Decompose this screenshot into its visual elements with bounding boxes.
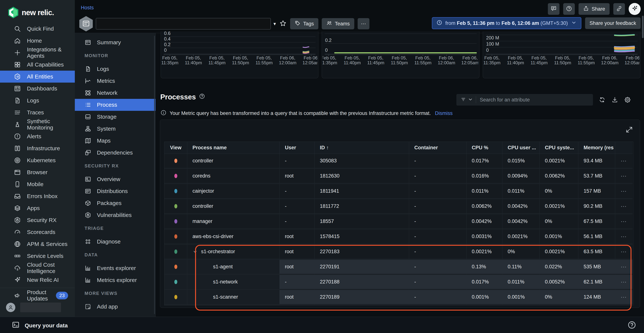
refresh-button[interactable] bbox=[598, 96, 606, 103]
sidebar-item-logs[interactable]: Logs bbox=[0, 95, 75, 106]
sidebar-item-infrastructure[interactable]: Infrastructure bbox=[0, 142, 75, 154]
entity-nav-item-metrics-explorer[interactable]: Metrics explorer bbox=[75, 274, 156, 286]
row-more-button[interactable]: ⋯ bbox=[615, 184, 632, 199]
cell-process-name[interactable]: controller bbox=[187, 199, 280, 214]
cell-process-name[interactable]: s1-agent bbox=[187, 260, 280, 275]
row-more-button[interactable]: ⋯ bbox=[615, 154, 632, 169]
cell-view[interactable] bbox=[164, 184, 187, 199]
cell-view[interactable] bbox=[164, 199, 187, 214]
share-button[interactable]: Share bbox=[578, 3, 610, 15]
cell-view[interactable] bbox=[164, 290, 187, 305]
cell-process-name[interactable]: controller bbox=[187, 154, 280, 169]
teams-button[interactable]: Teams bbox=[322, 18, 354, 29]
sidebar-item-apm-services[interactable]: APM & Services bbox=[0, 238, 75, 250]
help-circle-button[interactable] bbox=[627, 320, 636, 330]
row-more-button[interactable]: ⋯ bbox=[615, 275, 632, 290]
help-circle-icon[interactable] bbox=[199, 93, 205, 101]
chevron-down-icon[interactable] bbox=[192, 249, 198, 254]
entity-nav-item-diagnose[interactable]: Diagnose bbox=[75, 236, 156, 248]
row-more-button[interactable]: ⋯ bbox=[615, 169, 632, 184]
breadcrumb[interactable]: Hosts bbox=[81, 5, 94, 11]
sidebar-item-mobile[interactable]: Mobile bbox=[0, 178, 75, 190]
cell-process-name[interactable]: s1-scanner bbox=[187, 290, 280, 305]
cell-view[interactable] bbox=[164, 214, 187, 230]
row-more-button[interactable]: ⋯ bbox=[615, 260, 632, 275]
column-header-id[interactable]: ID ↑ bbox=[314, 142, 409, 154]
filter-button[interactable] bbox=[456, 97, 476, 103]
sidebar-item-apps[interactable]: Apps bbox=[0, 202, 75, 214]
sidebar-item-integrations-agents[interactable]: Integrations & Agents bbox=[0, 47, 75, 59]
sidebar-item-quick-find[interactable]: Quick Find bbox=[0, 23, 75, 35]
sidebar-item-scorecards[interactable]: Scorecards bbox=[0, 226, 75, 238]
entity-nav-item-metrics[interactable]: Metrics bbox=[75, 75, 156, 87]
sidebar-item-all-capabilities[interactable]: All Capabilities bbox=[0, 59, 75, 71]
attribute-search-input[interactable] bbox=[476, 97, 593, 103]
query-your-data-button[interactable]: Query your data bbox=[12, 321, 68, 330]
sidebar-item-service-levels[interactable]: Service Levels bbox=[0, 250, 75, 262]
star-icon[interactable] bbox=[279, 20, 287, 28]
cell-view[interactable] bbox=[164, 230, 187, 245]
row-more-button[interactable]: ⋯ bbox=[615, 230, 632, 245]
sidebar-item-kubernetes[interactable]: Kubernetes bbox=[0, 154, 75, 166]
sidebar-item-synthetic-monitoring[interactable]: Synthetic Monitoring bbox=[0, 118, 75, 130]
column-header-process-name[interactable]: Process name bbox=[187, 142, 280, 154]
expand-table-button[interactable] bbox=[625, 126, 633, 134]
entity-nav-item-distributions[interactable]: Distributions bbox=[75, 185, 156, 197]
cell-process-name[interactable]: s1-orchestrator bbox=[187, 245, 280, 260]
column-header-cpu[interactable]: CPU % bbox=[466, 142, 502, 154]
entity-nav-item-packages[interactable]: Packages bbox=[75, 197, 156, 209]
sidebar-item-product-updates[interactable]: Product Updates 23 bbox=[0, 290, 75, 302]
sidebar-item-new-relic-ai[interactable]: New Relic AI bbox=[0, 274, 75, 286]
cell-process-name[interactable]: manager bbox=[187, 214, 280, 230]
sidebar-item-security-rx[interactable]: Security RX bbox=[0, 214, 75, 226]
copy-link-button[interactable] bbox=[613, 3, 625, 15]
row-more-button[interactable]: ⋯ bbox=[615, 290, 632, 305]
cell-process-name[interactable]: coredns bbox=[187, 169, 280, 184]
dismiss-link[interactable]: Dismiss bbox=[435, 110, 453, 116]
row-more-button[interactable]: ⋯ bbox=[615, 199, 632, 214]
settings-gear-button[interactable] bbox=[624, 96, 631, 103]
row-more-button[interactable]: ⋯ bbox=[615, 214, 632, 230]
entity-nav-item-vulnerabilities[interactable]: Vulnerabilities bbox=[75, 209, 156, 221]
help-button[interactable] bbox=[563, 3, 575, 15]
column-header-cpu-syste[interactable]: CPU syste... bbox=[540, 142, 578, 154]
page-scrollbar[interactable] bbox=[642, 16, 644, 38]
sidebar-item-dashboards[interactable]: Dashboards bbox=[0, 83, 75, 95]
cell-view[interactable] bbox=[164, 260, 187, 275]
chevron-down-icon[interactable]: ▾ bbox=[274, 21, 276, 27]
entity-nav-item-logs[interactable]: Logs bbox=[75, 63, 156, 75]
sidebar-item-alerts[interactable]: Alerts bbox=[0, 130, 75, 142]
column-header-view[interactable]: View bbox=[164, 142, 187, 154]
sidebar-item-cloud-cost-intelligence[interactable]: $ Cloud Cost Intelligence bbox=[0, 262, 75, 274]
account-row[interactable] bbox=[0, 302, 75, 313]
column-header-container[interactable]: Container bbox=[409, 142, 466, 154]
entity-nav-item-summary[interactable]: Summary bbox=[75, 36, 156, 48]
tags-button[interactable]: Tags bbox=[290, 18, 318, 29]
entity-nav-item-network[interactable]: Network bbox=[75, 87, 156, 99]
entity-nav-item-dependencies[interactable]: Dependencies bbox=[75, 147, 156, 159]
entity-nav-item-storage[interactable]: Storage bbox=[75, 111, 156, 123]
column-header-memory-res[interactable]: Memory (res bbox=[578, 142, 615, 154]
entity-nav-item-overview[interactable]: Overview bbox=[75, 173, 156, 185]
row-more-button[interactable]: ⋯ bbox=[615, 245, 632, 260]
cell-process-name[interactable]: aws-ebs-csi-driver bbox=[187, 230, 280, 245]
column-header-user[interactable]: User bbox=[280, 142, 314, 154]
new-relic-ai-button[interactable] bbox=[629, 3, 641, 15]
cell-view[interactable] bbox=[164, 245, 187, 260]
entity-nav-item-system[interactable]: System bbox=[75, 123, 156, 135]
cell-process-name[interactable]: s1-network bbox=[187, 275, 280, 290]
cell-process-name[interactable]: cainjector bbox=[187, 184, 280, 199]
new-relic-logo[interactable]: new relic. bbox=[0, 0, 75, 19]
share-feedback-button[interactable]: Share your feedback bbox=[585, 17, 641, 29]
column-header-cpu-user[interactable]: CPU user ... bbox=[502, 142, 540, 154]
sidebar-item-traces[interactable]: Traces bbox=[0, 106, 75, 118]
sidebar-item-errors-inbox[interactable]: Errors Inbox bbox=[0, 190, 75, 202]
entity-nav-scrollbar[interactable] bbox=[154, 36, 155, 314]
entity-nav-item-process[interactable]: Process bbox=[75, 99, 156, 111]
cell-view[interactable] bbox=[164, 169, 187, 184]
sidebar-item-browser[interactable]: Browser bbox=[0, 166, 75, 178]
entity-nav-item-events-explorer[interactable]: Events explorer bbox=[75, 262, 156, 274]
sidebar-item-all-entities[interactable]: All Entities bbox=[0, 71, 75, 83]
more-options-button[interactable]: ⋯ bbox=[358, 18, 370, 29]
feedback-comment-button[interactable] bbox=[548, 3, 560, 15]
